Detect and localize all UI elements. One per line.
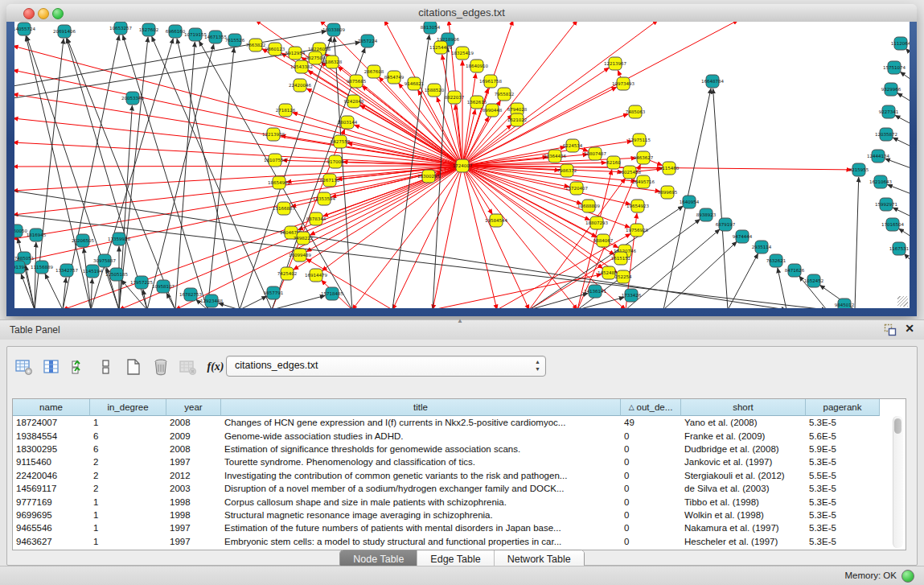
- graph-node[interactable]: 8471626: [785, 264, 805, 277]
- graph-node[interactable]: 16648784: [701, 75, 724, 88]
- table-settings-button[interactable]: [14, 356, 35, 377]
- graph-node[interactable]: 16961758: [479, 75, 502, 88]
- graph-node[interactable]: 9899695: [658, 186, 678, 199]
- graph-node[interactable]: 20206505: [72, 234, 94, 247]
- graph-node[interactable]: 1588520: [425, 84, 445, 97]
- graph-node[interactable]: 15720407: [565, 182, 588, 195]
- graph-node[interactable]: 8813054: [421, 22, 441, 34]
- column-header-name[interactable]: name: [13, 399, 90, 416]
- graph-node[interactable]: 8267130: [320, 174, 340, 187]
- graph-node[interactable]: 8186328: [322, 56, 343, 68]
- graph-node[interactable]: 11156889: [31, 261, 53, 274]
- graph-node[interactable]: 16914479: [305, 269, 327, 282]
- graph-node[interactable]: 9227341: [879, 105, 899, 118]
- close-panel-icon[interactable]: ✕: [905, 322, 914, 335]
- table-row[interactable]: 1456911722003Disruption of a novel membe…: [13, 482, 880, 495]
- function-builder-button[interactable]: f(x): [205, 356, 226, 377]
- graph-node[interactable]: 2935114: [752, 241, 772, 253]
- graph-node[interactable]: 12213967: [604, 57, 626, 70]
- graph-node[interactable]: 7632621: [766, 254, 786, 267]
- table-row[interactable]: 977716911998Corpus callosum shape and si…: [13, 495, 880, 508]
- column-header-title[interactable]: title: [221, 399, 621, 416]
- graph-node[interactable]: 9115460: [659, 162, 680, 175]
- graph-node[interactable]: 20691406: [53, 25, 76, 38]
- graph-node[interactable]: 6224534: [563, 139, 583, 152]
- select-all-button[interactable]: [68, 356, 89, 377]
- table-row[interactable]: 1938455462009Genome-wide association stu…: [13, 429, 880, 442]
- graph-node[interactable]: 7615526: [225, 34, 245, 47]
- graph-node[interactable]: 2867608: [364, 65, 384, 78]
- graph-node[interactable]: 8878344: [306, 212, 326, 225]
- graph-node[interactable]: 1167531: [889, 242, 910, 255]
- table-row[interactable]: 969969511998Structural magnetic resonanc…: [13, 509, 880, 521]
- graph-node[interactable]: 7485063: [626, 105, 646, 118]
- graph-node[interactable]: 12975115: [628, 134, 651, 146]
- graph-node[interactable]: 7663822: [246, 39, 266, 51]
- graph-node[interactable]: 10958107: [152, 280, 175, 293]
- table-row[interactable]: 1830029562008Estimation of significance …: [13, 443, 880, 455]
- graph-node[interactable]: 10688809: [577, 200, 600, 212]
- table-row[interactable]: 946554611997Estimation of the future num…: [13, 521, 880, 534]
- graph-node[interactable]: 12213938: [262, 128, 285, 141]
- graph-node[interactable]: 7986372: [557, 164, 577, 177]
- graph-node[interactable]: 16033809: [322, 23, 345, 36]
- column-header-out_de[interactable]: △out_de...: [621, 399, 681, 416]
- network-canvas[interactable]: 1405572420691406106532571527602696616010…: [14, 22, 910, 308]
- column-header-in_degree[interactable]: in_degree: [90, 399, 166, 416]
- graph-node[interactable]: 15751074: [883, 61, 906, 74]
- graph-node[interactable]: 12035872: [875, 128, 897, 141]
- graph-node[interactable]: 13342757: [55, 264, 78, 277]
- graph-node[interactable]: 10653257: [109, 22, 132, 35]
- graph-node[interactable]: 17016504: [881, 218, 904, 231]
- column-header-pagerank[interactable]: pagerank: [806, 399, 880, 416]
- graph-node[interactable]: 9845012: [835, 299, 855, 308]
- graph-node[interactable]: 14671355: [204, 31, 227, 43]
- resize-grip-icon[interactable]: [897, 296, 908, 307]
- splitter-handle-icon[interactable]: ▲: [457, 317, 463, 324]
- graph-node[interactable]: 19654923: [626, 200, 649, 212]
- graph-node[interactable]: 62160: [606, 156, 621, 169]
- graph-node[interactable]: 7857224: [358, 35, 378, 47]
- table-row[interactable]: 1872400712008Changes of HCN gene express…: [13, 416, 880, 429]
- table-row[interactable]: 946362711997Embryonic stem cells: a mode…: [13, 535, 880, 548]
- graph-node[interactable]: 12444134: [867, 150, 889, 163]
- graph-node[interactable]: 10807487: [584, 147, 606, 160]
- graph-node[interactable]: 1527602: [139, 23, 159, 36]
- graph-node[interactable]: 20364436: [544, 150, 566, 163]
- show-columns-button[interactable]: [41, 356, 62, 377]
- graph-node[interactable]: 18640910: [466, 60, 488, 72]
- graph-node[interactable]: 18654962: [268, 176, 290, 189]
- window-titlebar[interactable]: citations_edges.txt: [6, 4, 917, 23]
- graph-node[interactable]: 15992971: [875, 198, 897, 211]
- memory-indicator-icon[interactable]: [901, 570, 914, 583]
- graph-node[interactable]: 8215955: [849, 163, 869, 176]
- column-header-year[interactable]: year: [166, 399, 221, 416]
- graph-node[interactable]: 8454749: [384, 71, 405, 84]
- scrollbar-thumb[interactable]: [894, 418, 901, 434]
- table-row[interactable]: 911546021997Tourette syndrome. Phenomeno…: [13, 455, 880, 468]
- graph-node[interactable]: 10973493: [612, 77, 634, 90]
- graph-node[interactable]: 1733426: [622, 289, 642, 302]
- graph-node[interactable]: 917004: [327, 155, 344, 168]
- deselect-rows-button[interactable]: [96, 356, 117, 377]
- table-selector[interactable]: citations_edges.txt ▲▼: [226, 356, 546, 377]
- table-row[interactable]: 2242004622012Investigating the contribut…: [13, 469, 880, 482]
- graph-node[interactable]: 7955812: [495, 88, 515, 101]
- graph-node[interactable]: 8938923: [696, 208, 717, 221]
- graph-node[interactable]: 6966160: [166, 25, 186, 38]
- graph-node[interactable]: 17957225: [130, 276, 153, 289]
- new-column-button[interactable]: [123, 356, 144, 377]
- graph-node[interactable]: 8822037: [445, 91, 465, 104]
- graph-node[interactable]: 1112064: [891, 37, 910, 50]
- graph-node[interactable]: 18325419: [451, 47, 474, 60]
- graph-node[interactable]: 252254: [615, 270, 632, 283]
- graph-node[interactable]: 14055724: [14, 23, 35, 35]
- graph-node[interactable]: 8990448: [483, 104, 503, 117]
- column-header-short[interactable]: short: [681, 399, 806, 416]
- graph-node[interactable]: 19584544: [485, 214, 507, 227]
- graph-node[interactable]: 9463627: [634, 151, 654, 164]
- graph-node[interactable]: 2718126: [276, 104, 296, 117]
- delete-column-button[interactable]: [150, 356, 171, 377]
- delete-table-button[interactable]: [178, 356, 199, 377]
- graph-node[interactable]: 6879197: [716, 218, 736, 231]
